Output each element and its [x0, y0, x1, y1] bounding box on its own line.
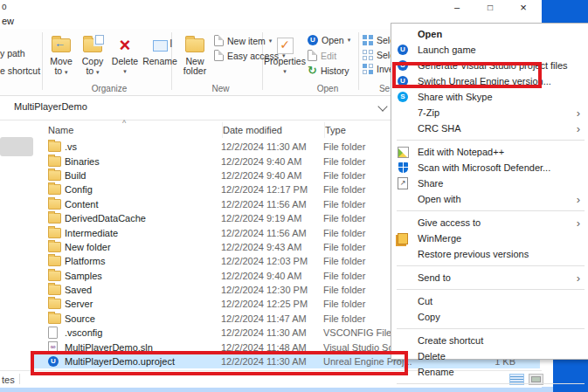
copy-path-label-fragment[interactable]: y path	[0, 48, 25, 58]
properties-icon: ✓	[277, 34, 294, 57]
menu-item-cut[interactable]: Cut	[391, 293, 588, 309]
file-icon	[48, 199, 62, 210]
folder-icon	[48, 256, 61, 266]
menu-item-properties[interactable]: Properties	[391, 388, 588, 392]
menu-item-crc-sha[interactable]: CRC SHA ›	[391, 120, 588, 136]
history-button[interactable]: ↻ History	[308, 64, 349, 77]
select-none-icon	[363, 50, 373, 60]
menu-item-restore-previous-versions[interactable]: Restore previous versions	[391, 246, 588, 262]
menu-item-delete[interactable]: Delete	[391, 348, 588, 364]
page-icon	[48, 327, 58, 339]
menu-item-open[interactable]: Open	[391, 26, 588, 42]
file-date-modified: 12/2/2024 12:03 PM	[221, 256, 323, 266]
copy-to-button[interactable]: Copy to ▾	[77, 34, 108, 77]
file-date-modified: 12/2/2024 9:40 AM	[221, 271, 323, 281]
properties-button[interactable]: ✓ Properties ▾	[266, 34, 303, 76]
folder-icon	[48, 170, 61, 181]
file-name: Platforms	[65, 256, 221, 266]
nav-pane-item-blurred[interactable]	[0, 137, 33, 156]
file-icon	[48, 256, 62, 266]
invert-selection-button[interactable]: Inve	[363, 64, 394, 74]
move-to-label2: to ▾	[54, 66, 67, 77]
properties-caret: ▾	[283, 66, 287, 76]
menu-item-winmerge[interactable]: WinMerge	[391, 230, 588, 246]
menu-item-label: WinMerge	[418, 233, 461, 244]
submenu-arrow-icon: ›	[577, 194, 580, 205]
file-icon	[48, 156, 62, 167]
close-button[interactable]: ×	[510, 0, 536, 16]
menu-item-share[interactable]: ↗ Share	[391, 175, 588, 191]
menu-item-share-with-skype[interactable]: S Share with Skype	[391, 89, 588, 105]
file-date-modified: 12/2/2024 9:40 AM	[221, 170, 323, 181]
menu-item-scan-with-microsoft-defender[interactable]: Scan with Microsoft Defender...	[391, 160, 588, 175]
file-date-modified: 12/2/2024 12:17 PM	[221, 184, 323, 195]
open-caret: ▾	[348, 37, 351, 44]
menu-item-label: Create shortcut	[418, 335, 483, 346]
organize-group-label: Organize	[48, 84, 170, 93]
file-icon	[48, 313, 62, 324]
defender-icon	[398, 162, 408, 173]
menu-item-rename[interactable]: Rename	[391, 364, 588, 380]
edit-button[interactable]: Edit	[308, 50, 336, 61]
easy-access-icon	[214, 50, 224, 61]
breadcrumb-path[interactable]: MultiPlayerDemo	[14, 101, 87, 112]
submenu-arrow-icon: ›	[577, 217, 580, 229]
tab-view-fragment[interactable]: ew	[2, 16, 14, 26]
menu-item-label: Open with	[418, 194, 461, 204]
rename-button[interactable]: Rename	[140, 34, 180, 66]
menu-item-icon	[397, 233, 409, 244]
file-icon	[48, 299, 62, 309]
maximize-button[interactable]: □	[477, 0, 503, 16]
open-button[interactable]: U Open ▾	[308, 35, 350, 45]
group-divider	[358, 32, 359, 90]
new-item-button[interactable]: New item ▾	[214, 35, 272, 46]
menu-item-edit-with-notepad[interactable]: Edit with Notepad++	[391, 144, 588, 160]
menu-item-give-access-to[interactable]: Give access to ›	[391, 215, 588, 230]
new-folder-button[interactable]: New folder	[177, 34, 212, 76]
address-dropdown-chevron-icon[interactable]	[377, 101, 387, 111]
file-icon	[48, 170, 62, 181]
menu-item-label: Rename	[418, 367, 454, 377]
menu-item-7-zip[interactable]: 7-Zip ›	[391, 105, 588, 120]
open-label: Open	[322, 35, 344, 45]
folder-icon	[48, 199, 61, 210]
column-header-date-modified[interactable]: Date modified	[223, 122, 325, 138]
file-icon	[48, 327, 62, 339]
file-name: Binaries	[65, 156, 221, 167]
status-divider	[19, 374, 20, 384]
move-to-button[interactable]: ← Move to ▾	[45, 34, 77, 77]
delete-button[interactable]: × Delete ▾	[110, 34, 140, 76]
new-folder-icon	[185, 34, 204, 57]
file-name: Intermediate	[65, 228, 221, 238]
menu-item-label: CRC SHA	[418, 123, 461, 134]
file-name: Samples	[65, 271, 221, 281]
file-name: .vs	[65, 141, 221, 152]
file-name: Source	[65, 313, 221, 324]
menu-separator	[397, 210, 585, 211]
folder-icon	[48, 156, 61, 167]
rename-label: Rename	[142, 57, 177, 66]
minimize-button[interactable]: –	[444, 0, 470, 16]
folder-icon	[48, 242, 61, 252]
window-title-fragment: o	[2, 2, 7, 11]
menu-item-launch-game[interactable]: U Launch game	[391, 42, 588, 58]
column-header-name[interactable]: Name	[32, 122, 223, 138]
menu-item-create-shortcut[interactable]: Create shortcut	[391, 333, 588, 348]
history-icon: ↻	[308, 64, 317, 77]
folder-icon	[48, 141, 61, 152]
menu-item-label: Launch game	[418, 45, 476, 55]
delete-icon: ×	[120, 34, 131, 57]
new-group-label: New	[179, 84, 262, 93]
file-icon	[48, 271, 62, 281]
file-icon	[48, 285, 62, 295]
desktop-background-top	[542, 0, 588, 23]
paste-shortcut-label-fragment[interactable]: e shortcut	[0, 65, 40, 76]
menu-item-open-with[interactable]: Open with ›	[391, 191, 588, 207]
menu-item-copy[interactable]: Copy	[391, 309, 588, 325]
notepadpp-icon	[398, 147, 409, 158]
file-name: New folder	[65, 242, 221, 252]
menu-item-send-to[interactable]: Send to ›	[391, 270, 588, 285]
file-date-modified: 12/2/2024 11:30 AM	[221, 141, 323, 152]
winmerge-icon	[398, 233, 408, 244]
menu-separator	[397, 140, 585, 141]
